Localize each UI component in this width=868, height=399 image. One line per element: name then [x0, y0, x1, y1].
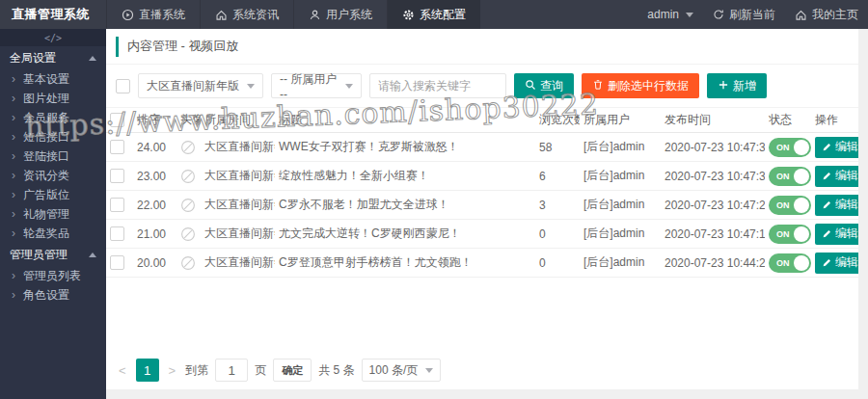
sidebar-collapse-toggle[interactable]: </>: [0, 29, 106, 46]
sidebar-section-title-2[interactable]: 管理员管理: [0, 243, 106, 266]
chevron-right-icon: ›: [12, 204, 15, 224]
avatar-placeholder-icon: [180, 226, 196, 242]
cell-checkbox: [106, 133, 133, 162]
edit-button[interactable]: 编辑: [815, 166, 858, 187]
user-menu[interactable]: admin: [637, 8, 703, 21]
sidebar-section-label: 管理员管理: [10, 247, 68, 263]
nav-item-3[interactable]: 用户系统: [293, 0, 387, 29]
nav-item-1[interactable]: 直播系统: [106, 0, 200, 29]
gear-icon: [402, 9, 415, 21]
next-page-button[interactable]: >: [166, 363, 179, 378]
delete-selected-button[interactable]: 删除选中行数据: [582, 73, 699, 98]
toggle-on-label: ON: [776, 143, 790, 152]
chevron-down-icon: [425, 368, 433, 373]
plus-icon: [718, 79, 729, 93]
chevron-down-icon: [247, 84, 255, 89]
edit-button[interactable]: 编辑: [815, 253, 858, 274]
row-checkbox[interactable]: [110, 140, 124, 154]
sidebar-section-title-1[interactable]: 全局设置: [0, 46, 106, 69]
table-header-cell: 浏览次数: [535, 108, 580, 133]
refresh-icon: [713, 9, 724, 20]
sidebar-item[interactable]: ›礼物管理: [0, 204, 106, 224]
cell-views: 0: [535, 220, 580, 249]
status-toggle[interactable]: ON: [769, 225, 811, 244]
row-checkbox[interactable]: [110, 198, 124, 212]
navbar-link-1[interactable]: 刷新当前: [703, 7, 785, 23]
page-size-select[interactable]: 100 条/页: [362, 359, 442, 382]
table-header-cell: 状态: [765, 108, 811, 133]
table-row: 22.00大区直播间新年版C罗永不服老！加盟尤文全进球！3[后台]admin20…: [106, 191, 858, 220]
chevron-down-icon: [345, 84, 353, 89]
nav-item-label: 系统配置: [420, 7, 466, 23]
cell-room: 大区直播间新年版: [201, 191, 275, 220]
status-toggle[interactable]: ON: [769, 167, 811, 186]
goto-prefix-label: 到第: [185, 362, 208, 379]
table-row: 23.00大区直播间新年版绽放性感魅力！全新小组赛！6[后台]admin2020…: [106, 162, 858, 191]
cell-user: [后台]admin: [580, 133, 661, 162]
goto-page-input[interactable]: [215, 359, 248, 382]
sidebar-item[interactable]: ›短信接口: [0, 127, 106, 146]
search-icon: [525, 79, 536, 93]
cell-room: 大区直播间新年版: [201, 249, 275, 278]
navbar-link-2[interactable]: 我的主页: [785, 7, 868, 23]
filter-checkbox[interactable]: [116, 79, 130, 93]
edit-button[interactable]: 编辑: [815, 224, 858, 245]
search-button-label: 查询: [540, 78, 563, 94]
add-button-label: 新增: [733, 78, 756, 94]
filter-bar: 大区直播间新年版 -- 所属用户 -- 查询 删除选中行数据 新增: [106, 65, 858, 107]
cell-title: C罗永不服老！加盟尤文全进球！: [275, 191, 535, 220]
status-toggle[interactable]: ON: [769, 253, 811, 273]
cell-status: ON: [765, 249, 811, 278]
sidebar-item[interactable]: ›管理员列表: [0, 266, 106, 285]
prev-page-button[interactable]: <: [116, 363, 129, 378]
chevron-right-icon: ›: [12, 146, 15, 166]
sidebar: </> 全局设置›基本设置›图片处理›会员服务›短信接口›登陆接口›资讯分类›广…: [0, 29, 106, 399]
row-checkbox[interactable]: [110, 169, 124, 183]
sidebar-section-label: 全局设置: [10, 50, 56, 66]
goto-confirm-button[interactable]: 确定: [273, 359, 312, 382]
search-button[interactable]: 查询: [514, 73, 574, 98]
status-toggle[interactable]: ON: [769, 196, 811, 215]
nav-item-2[interactable]: 系统资讯: [200, 0, 293, 29]
chevron-right-icon: ›: [12, 69, 15, 89]
sidebar-item[interactable]: ›角色设置: [0, 285, 106, 305]
navbar-link-label: 我的主页: [812, 7, 858, 23]
cell-status: ON: [765, 220, 811, 249]
cell-sort: 23.00: [133, 162, 176, 191]
edit-button[interactable]: 编辑: [815, 195, 858, 216]
cell-time: 2020-07-23 10:47:39: [661, 133, 765, 162]
status-toggle[interactable]: ON: [769, 138, 811, 157]
cell-avatar: [176, 249, 201, 278]
cell-checkbox: [106, 191, 133, 220]
sidebar-item-label: 短信接口: [23, 130, 69, 144]
chevron-right-icon: ›: [12, 224, 15, 243]
room-select[interactable]: 大区直播间新年版: [138, 73, 263, 98]
edit-button[interactable]: 编辑: [815, 137, 858, 158]
avatar-placeholder-icon: [180, 169, 196, 184]
sidebar-item-label: 轮盘奖品: [23, 226, 69, 240]
search-input[interactable]: [369, 73, 506, 98]
edit-button-label: 编辑: [835, 139, 858, 155]
nav-item-label: 直播系统: [139, 7, 185, 23]
navbar-right: admin 刷新当前我的主页: [637, 0, 868, 29]
sidebar-item[interactable]: ›图片处理: [0, 89, 106, 108]
sidebar-item[interactable]: ›会员服务: [0, 108, 106, 127]
cell-actions: 编辑...: [811, 191, 858, 220]
avatar-placeholder-icon: [180, 255, 196, 271]
sidebar-item[interactable]: ›轮盘奖品: [0, 224, 106, 243]
sidebar-item[interactable]: ›登陆接口: [0, 146, 106, 166]
page-1-button[interactable]: 1: [136, 359, 159, 382]
row-checkbox[interactable]: [110, 226, 124, 241]
table-header-cell: 标题: [275, 108, 535, 133]
pencil-icon: [822, 257, 832, 268]
breadcrumb: 内容管理 - 视频回放: [116, 37, 858, 57]
sidebar-item[interactable]: ›资讯分类: [0, 166, 106, 185]
toggle-knob: [794, 198, 809, 213]
user-select[interactable]: -- 所属用户 --: [271, 73, 362, 98]
add-button[interactable]: 新增: [707, 73, 767, 98]
sidebar-item[interactable]: ›广告版位: [0, 185, 106, 204]
sidebar-item[interactable]: ›基本设置: [0, 69, 106, 89]
select-all-checkbox[interactable]: [110, 113, 124, 127]
row-checkbox[interactable]: [110, 255, 124, 270]
nav-item-4[interactable]: 系统配置: [387, 0, 480, 29]
